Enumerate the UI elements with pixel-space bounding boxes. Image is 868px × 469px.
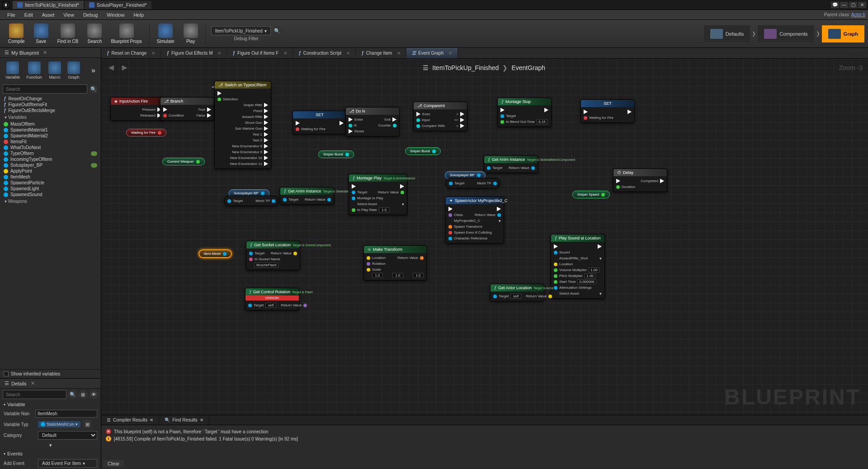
search-icon[interactable]: 🔍 bbox=[89, 84, 98, 94]
menu-window[interactable]: Window bbox=[102, 11, 129, 19]
tree-variable[interactable]: SpawnedLight bbox=[2, 186, 99, 192]
tree-func[interactable]: ƒResetOnChange bbox=[2, 96, 99, 102]
save-button[interactable]: Save bbox=[29, 22, 53, 46]
close-icon[interactable]: ✕ bbox=[200, 417, 203, 422]
editor-tab-1[interactable]: SolusPlayer_Finished* bbox=[85, 1, 151, 9]
function-tab[interactable]: ƒConstruction Script✕ bbox=[293, 48, 356, 58]
search-icon[interactable]: 🔍 bbox=[68, 390, 77, 399]
node-compareint[interactable]: ⎇ CompareInt Exec> Input== Compare With< bbox=[413, 102, 467, 131]
node-input-action-fire[interactable]: ◈ InputAction Fire Pressed Released bbox=[110, 97, 165, 121]
menu-debug[interactable]: Debug bbox=[79, 11, 102, 19]
var-item-mesh[interactable]: Item Mesh bbox=[198, 249, 232, 258]
node-get-actor-location[interactable]: ƒ Get Actor LocationTarget is Actor Targ… bbox=[490, 284, 544, 301]
close-button[interactable]: ✕ bbox=[858, 2, 866, 8]
tree-variable[interactable]: ItemMesh bbox=[2, 174, 99, 180]
function-tab[interactable]: ƒReset on Change✕ bbox=[101, 48, 161, 58]
play-button[interactable]: Play bbox=[179, 22, 203, 46]
close-icon[interactable]: ✕ bbox=[283, 51, 287, 56]
node-set-1[interactable]: SET Waiting for Fire bbox=[292, 111, 347, 134]
event-graph-canvas[interactable]: ◄ ► ☰ ItemToPickUp_Finished ❯ EventGraph… bbox=[101, 59, 868, 415]
add-event-dropdown[interactable]: Add Event For Item▾ bbox=[38, 459, 97, 468]
search-button[interactable]: Search bbox=[83, 22, 106, 46]
eye-icon[interactable]: 👁 bbox=[90, 390, 98, 399]
node-do-n[interactable]: ⎇ Do N EnterExit NCounter Reset bbox=[345, 107, 400, 136]
find-results-tab[interactable]: 🔍Find Results✕ bbox=[159, 415, 209, 425]
menu-edit[interactable]: Edit bbox=[20, 11, 38, 19]
add-function-button[interactable]: Function bbox=[24, 61, 45, 80]
tree-variable[interactable]: ItemsFit bbox=[2, 139, 99, 145]
array-toggle-icon[interactable]: ⊞ bbox=[83, 420, 91, 428]
tree-variable[interactable]: SpawnedMaterial1 bbox=[2, 127, 99, 133]
visibility-icon[interactable] bbox=[91, 163, 97, 168]
visibility-icon[interactable] bbox=[91, 151, 97, 156]
events-section[interactable]: Events bbox=[0, 450, 101, 458]
details-search[interactable] bbox=[3, 390, 66, 399]
compiler-results-tab[interactable]: ☰Compiler Results✕ bbox=[101, 415, 159, 425]
tree-variable[interactable]: TypeOfItem bbox=[2, 150, 99, 156]
tree-variable[interactable]: SpawnedMaterial2 bbox=[2, 133, 99, 139]
tree-variable[interactable]: IncomingTypeOfItem bbox=[2, 156, 99, 162]
variables-category[interactable]: ▾ Variables bbox=[2, 113, 99, 121]
tree-variable[interactable]: ApplyPoint bbox=[2, 168, 99, 174]
debug-filter-dropdown[interactable]: ItemToPickUp_Finished▾ bbox=[211, 26, 271, 35]
close-icon[interactable]: ✕ bbox=[151, 51, 155, 56]
add-graph-button[interactable]: Graph bbox=[65, 61, 83, 80]
nav-components[interactable]: Components bbox=[758, 25, 814, 42]
menu-file[interactable]: File bbox=[3, 11, 20, 19]
forward-arrow-icon[interactable]: ► bbox=[120, 62, 129, 73]
tree-func[interactable]: ƒFigureOutEffectsMerge bbox=[2, 108, 99, 113]
function-tab[interactable]: ƒChange Item✕ bbox=[356, 48, 406, 58]
notification-icon[interactable]: 💬 bbox=[831, 2, 839, 8]
node-set-2[interactable]: SET Waiting for Fire bbox=[580, 99, 635, 123]
tree-variable[interactable]: MassOfItem bbox=[2, 121, 99, 127]
menu-view[interactable]: View bbox=[59, 11, 79, 19]
find-in-cb-button[interactable]: Find in CB bbox=[53, 22, 83, 46]
node-get-anim-instance-1[interactable]: ƒ Get Anim InstanceTarget is SkeletalMes… bbox=[484, 155, 538, 173]
nav-defaults[interactable]: Defaults bbox=[704, 25, 750, 42]
tree-variable[interactable]: WhatToDoNext bbox=[2, 145, 99, 150]
var-waiting-for-fire[interactable]: Waiting for Fire bbox=[126, 129, 166, 136]
node-get-socket-location[interactable]: ƒ Get Socket LocationTarget is SceneComp… bbox=[246, 241, 300, 270]
node-make-transform[interactable]: ⊹ Make Transform LocationReturn Value Ro… bbox=[363, 245, 427, 281]
debug-search-icon[interactable]: 🔍 bbox=[273, 26, 282, 35]
close-icon[interactable]: ✕ bbox=[448, 51, 452, 56]
close-icon[interactable]: ✕ bbox=[217, 51, 221, 56]
back-arrow-icon[interactable]: ◄ bbox=[107, 62, 116, 73]
compiler-output[interactable]: ✕This blueprint (self) is not a Pawn, th… bbox=[101, 425, 868, 458]
weapons-category[interactable]: ▾ Weapons bbox=[2, 197, 99, 205]
node-spawn-actor[interactable]: ✦ SpawnActor MyProjectile2_C ClassReturn… bbox=[445, 197, 504, 244]
var-sniper-speed[interactable]: Sniper Speed bbox=[572, 191, 610, 198]
variable-name-field[interactable] bbox=[35, 410, 97, 417]
close-icon[interactable]: ✕ bbox=[31, 380, 35, 386]
blueprint-tree[interactable]: ƒResetOnChange ƒFigureOutIfItemsFit ƒFig… bbox=[0, 95, 101, 369]
blueprint-props-button[interactable]: Blueprint Props bbox=[106, 22, 146, 46]
node-get-anim-instance-2[interactable]: ƒ Get Anim InstanceTarget is SkeletalMes… bbox=[280, 187, 334, 205]
function-tab[interactable]: ☰Event Graph✕ bbox=[406, 48, 458, 58]
close-icon[interactable]: ✕ bbox=[43, 50, 47, 56]
node-get-control-rotation[interactable]: ƒ Get Control RotationTarget is Pawn ERR… bbox=[245, 288, 299, 310]
node-montage-play[interactable]: ƒ Montage PlayTarget is AnimInstance Tar… bbox=[349, 174, 407, 215]
variable-type-dropdown[interactable]: StaticMeshCon▾ bbox=[38, 421, 80, 427]
category-dropdown[interactable]: Default bbox=[38, 431, 97, 440]
node-branch[interactable]: ⎇ Branch True ConditionFalse bbox=[160, 97, 214, 121]
nav-graph[interactable]: Graph bbox=[822, 25, 864, 42]
node-montage-stop[interactable]: ƒ Montage Stop Target In Blend Out Time0… bbox=[497, 98, 552, 127]
close-icon[interactable]: ✕ bbox=[346, 51, 350, 56]
compile-button[interactable]: Compile bbox=[4, 22, 29, 46]
expand-chevron-icon[interactable]: ▾ bbox=[0, 441, 101, 450]
details-tab[interactable]: ☰Details✕ bbox=[0, 379, 101, 389]
function-tab[interactable]: ƒFigure Out if Items F✕ bbox=[227, 48, 293, 58]
close-icon[interactable]: ✕ bbox=[397, 51, 401, 56]
node-delay[interactable]: ⏱ Delay Completed Duration bbox=[613, 169, 667, 192]
minimize-button[interactable]: — bbox=[840, 2, 848, 8]
var-sniper-burst-1[interactable]: Sniper Burst bbox=[318, 150, 354, 158]
maximize-button[interactable]: ▢ bbox=[849, 2, 857, 8]
var-sniper-burst-2[interactable]: Sniper Burst bbox=[405, 147, 441, 155]
tree-variable[interactable]: SpawnedSound bbox=[2, 192, 99, 197]
menu-help[interactable]: Help bbox=[129, 11, 148, 19]
close-icon[interactable]: ✕ bbox=[150, 417, 153, 422]
simulate-button[interactable]: Simulate bbox=[152, 22, 179, 46]
my-blueprint-tab[interactable]: ☰My Blueprint✕ bbox=[0, 48, 101, 58]
var-current-weapon[interactable]: Current Weapon bbox=[162, 158, 205, 165]
node-mesh-tp-1[interactable]: TargetMesh TP bbox=[446, 178, 500, 188]
